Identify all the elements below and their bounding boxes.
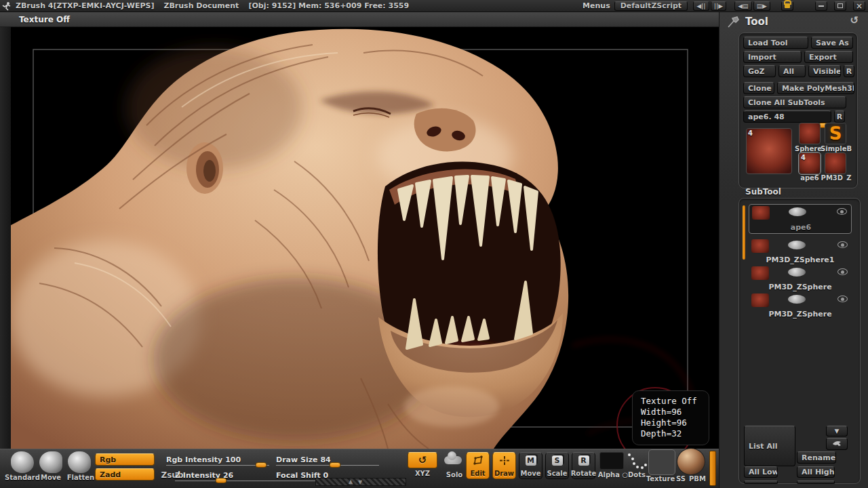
subtool-item[interactable] [749, 265, 852, 281]
scale-s-icon: S [552, 455, 563, 466]
eye-icon[interactable] [837, 268, 848, 275]
zadd-toggle[interactable]: Zadd [95, 468, 155, 481]
all-high-button[interactable]: All High [797, 466, 835, 478]
brush-flatten[interactable] [68, 451, 91, 473]
make-polymesh3d-button[interactable]: Make PolyMesh3D [777, 82, 854, 94]
alpha-slot[interactable] [599, 452, 624, 470]
shelf-resize-strip[interactable]: ▲ ▼ [315, 478, 406, 486]
minimize-button[interactable] [815, 1, 827, 11]
solo-cloud-icon[interactable] [444, 456, 462, 464]
brush-move[interactable] [39, 451, 62, 473]
default-zscript-button[interactable]: DefaultZScript [614, 1, 688, 11]
subtool-thumbnail [751, 293, 769, 307]
active-tool-name-field[interactable]: ape6. 48 [743, 110, 831, 123]
local-symmetry-button[interactable]: ↺ [408, 452, 437, 468]
load-tool-button[interactable]: Load Tool [743, 37, 808, 49]
export-button[interactable]: Export [804, 51, 853, 63]
xyz-label[interactable]: XYZ [406, 470, 439, 477]
tool-panel-title: Tool [745, 16, 768, 28]
subtool-thumbnail [751, 266, 769, 280]
recent-tool-pm3d[interactable] [825, 152, 846, 174]
lock-button[interactable] [781, 1, 793, 11]
texture-label[interactable]: Texture [646, 475, 675, 483]
material-sphere[interactable] [677, 448, 705, 475]
brush-label: Flatten [64, 474, 98, 481]
move-down-button[interactable]: ▼ [826, 426, 848, 436]
dock-right-button[interactable]: ▤▶ [753, 1, 770, 11]
menus-toggle[interactable]: Menus [583, 1, 610, 10]
clipped-button[interactable] [744, 481, 778, 484]
edit-mode-button[interactable]: Edit [466, 452, 490, 479]
material-label[interactable]: SS_PBM [675, 475, 707, 483]
polypaint-icon [789, 207, 806, 216]
restore-button[interactable] [834, 1, 846, 11]
recent-tool-sphere3[interactable] [799, 123, 821, 144]
clone-all-subtools-button[interactable]: Clone All SubTools [743, 96, 846, 108]
zbrush-logo-icon [2, 1, 12, 11]
title-bar: ZBrush 4[ZTXP-EMKI-AYCJ-WEPS] ZBrush Doc… [0, 0, 868, 12]
zscript-next-button[interactable]: ||▶ [711, 1, 727, 11]
goz-all-button[interactable]: All [778, 65, 806, 77]
dock-left-button[interactable]: ◀▤ [734, 1, 751, 11]
sculpt-viewport[interactable] [11, 27, 719, 449]
rgb-toggle[interactable]: Rgb [95, 453, 155, 466]
recent-tool-simplebrush[interactable]: S [825, 123, 846, 144]
import-button[interactable]: Import [743, 51, 802, 63]
subtool-group: ape6 PM3D_ZSphere1 PM3D_ZSphere PM3D_ZSp… [738, 198, 861, 484]
select-subtool-button[interactable] [826, 438, 848, 450]
all-low-button[interactable]: All Low [744, 466, 778, 478]
recent-tool-label: Sphere3 [795, 145, 823, 152]
alpha-label[interactable]: Alpha ○ [597, 471, 629, 479]
active-tool-badge: 4 [748, 129, 753, 137]
subtool-item-selected[interactable]: ape6 [749, 204, 852, 234]
clipped-button[interactable] [797, 481, 835, 484]
restore-config-icon[interactable]: ↺ [850, 14, 859, 26]
subtool-section-title[interactable]: SubTool [745, 187, 781, 197]
draw-mode-button[interactable]: Draw [492, 452, 516, 479]
rename-button[interactable]: Rename [797, 451, 836, 464]
active-tool-r-button[interactable]: R [834, 110, 845, 123]
rgb-intensity-slider[interactable]: Rgb Intensity 100 [166, 452, 269, 466]
texture-slot[interactable] [648, 449, 675, 475]
list-all-button[interactable]: List All [744, 426, 795, 466]
close-button[interactable]: × [853, 1, 865, 11]
slider-handle[interactable] [329, 462, 340, 468]
document-menu[interactable]: ZBrush Document [163, 1, 239, 10]
polypaint-icon [788, 268, 806, 277]
restore-icon [837, 3, 843, 8]
brush-standard[interactable] [11, 451, 34, 473]
subtool-scrollbar[interactable] [743, 205, 745, 260]
eye-icon[interactable] [837, 296, 848, 302]
stroke-dots-icon[interactable] [627, 452, 647, 471]
quick-pick-icon[interactable] [726, 16, 740, 29]
recent-tool-ape6[interactable]: 4 [799, 152, 821, 174]
slider-handle[interactable] [216, 478, 227, 483]
subtool-item[interactable] [749, 292, 852, 308]
goz-button[interactable]: GoZ [743, 65, 776, 77]
goz-visible-button[interactable]: Visible [808, 65, 841, 77]
save-as-button[interactable]: Save As [811, 37, 853, 49]
subtool-item[interactable] [749, 238, 852, 254]
z-intensity-slider[interactable]: Z Intensity 26 [175, 468, 278, 481]
scroll-up-icon[interactable]: ▲ [349, 479, 353, 485]
tooltip-title: Texture Off [641, 396, 702, 407]
goz-r-button[interactable]: R [844, 65, 854, 77]
solo-label[interactable]: Solo [442, 471, 467, 479]
zscript-prev-button[interactable]: ◀|| [693, 1, 709, 11]
top-shelf-toolbar: Standard Move Flatten Rgb Zadd Zsub Rgb … [0, 449, 719, 488]
active-tool-thumbnail[interactable]: 4 [746, 128, 792, 174]
texture-tooltip: Texture Off Width=96 Height=96 Depth=32 [632, 390, 709, 445]
eye-icon[interactable] [837, 208, 847, 215]
move-mode-button[interactable]: M Move [519, 452, 542, 479]
clone-button[interactable]: Clone [743, 82, 774, 94]
draw-size-slider[interactable]: Draw Size 84 [276, 452, 379, 466]
tool-panel: Tool ↺ Load Tool Save As Import Export G… [719, 12, 868, 488]
slider-handle[interactable] [255, 462, 267, 468]
rotate-mode-button[interactable]: R Rotate [572, 452, 595, 479]
scroll-down-icon[interactable]: ▼ [358, 479, 362, 485]
shelf-scrollbar[interactable] [709, 451, 716, 486]
scale-mode-button[interactable]: S Scale [545, 452, 569, 479]
subtool-thumbnail [751, 239, 769, 253]
stroke-label[interactable]: Dots [625, 471, 648, 479]
eye-icon[interactable] [837, 241, 848, 248]
